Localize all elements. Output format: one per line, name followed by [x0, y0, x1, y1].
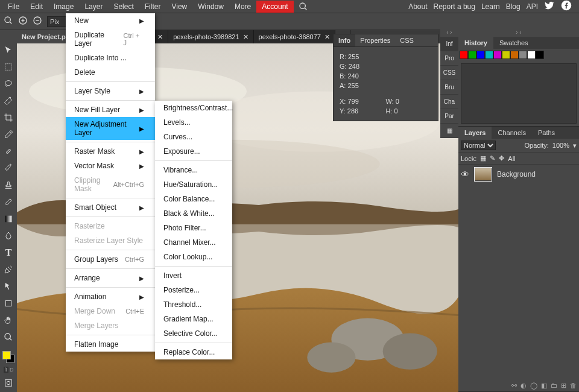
- link-about[interactable]: About: [408, 2, 427, 11]
- tab-css[interactable]: CSS: [395, 34, 419, 46]
- tab-3[interactable]: pexels-photo-368077✕: [254, 30, 335, 43]
- eyedropper-tool[interactable]: [2, 128, 15, 141]
- menu-window[interactable]: Window: [192, 1, 229, 13]
- menu-more[interactable]: More: [229, 1, 256, 13]
- tab-properties[interactable]: Properties: [355, 34, 395, 46]
- menu-edit[interactable]: Edit: [25, 1, 48, 13]
- fx-icon[interactable]: ◐: [520, 382, 527, 390]
- dock-tab-pro[interactable]: Pro: [440, 51, 458, 66]
- close-icon[interactable]: ✕: [157, 33, 163, 41]
- link-report-bug[interactable]: Report a bug: [434, 2, 475, 11]
- hand-tool[interactable]: [2, 314, 15, 327]
- panel-collapse-icon[interactable]: › ‹: [458, 28, 579, 37]
- link-api[interactable]: API: [527, 2, 538, 11]
- dock-tab-bru[interactable]: Bru: [440, 80, 458, 95]
- menu-item[interactable]: Levels...: [155, 115, 232, 130]
- wand-tool[interactable]: [2, 94, 15, 107]
- swatch[interactable]: [476, 51, 485, 59]
- tab-2[interactable]: pexels-photo-3989821✕: [168, 30, 253, 43]
- menu-item[interactable]: Layer Style▶: [66, 84, 155, 98]
- history-list[interactable]: [461, 63, 577, 124]
- menu-view[interactable]: View: [166, 1, 192, 13]
- dock-tab-extra[interactable]: ▦: [440, 124, 458, 138]
- menu-file[interactable]: File: [2, 1, 25, 13]
- lasso-tool[interactable]: [2, 77, 15, 90]
- menu-item[interactable]: Color Lookup...: [155, 250, 232, 264]
- dock-tab-inf[interactable]: Inf: [440, 37, 458, 51]
- swatch[interactable]: [493, 51, 502, 59]
- lock-transparent-icon[interactable]: ▦: [480, 154, 486, 162]
- pen-tool[interactable]: [2, 263, 15, 276]
- swatch[interactable]: [485, 51, 493, 59]
- menu-account[interactable]: Account: [256, 1, 293, 13]
- menu-item[interactable]: Duplicate Into ...: [66, 51, 155, 65]
- blur-tool[interactable]: [2, 229, 15, 242]
- tab-history[interactable]: History: [458, 37, 493, 49]
- move-tool[interactable]: [2, 43, 15, 57]
- dock-expand-icon[interactable]: ‹ ›: [440, 28, 458, 37]
- link-learn[interactable]: Learn: [481, 2, 500, 11]
- search-icon[interactable]: [299, 2, 308, 11]
- menu-item[interactable]: Raster Mask▶: [66, 144, 155, 159]
- quickmask-tool[interactable]: [2, 376, 15, 390]
- gradient-tool[interactable]: [2, 212, 15, 226]
- swatch[interactable]: [468, 51, 476, 59]
- mask-icon[interactable]: ◯: [530, 382, 537, 390]
- menu-filter[interactable]: Filter: [139, 1, 166, 13]
- swatch[interactable]: [527, 51, 536, 59]
- menu-item[interactable]: Delete: [66, 65, 155, 80]
- swatch[interactable]: [502, 51, 510, 59]
- stamp-tool[interactable]: [2, 179, 15, 192]
- close-icon[interactable]: ✕: [324, 33, 330, 41]
- menu-item[interactable]: Black & White...: [155, 206, 232, 221]
- menu-item[interactable]: Smart Object▶: [66, 200, 155, 215]
- tab-paths[interactable]: Paths: [532, 127, 561, 139]
- menu-item[interactable]: Channel Mixer...: [155, 235, 232, 250]
- menu-item[interactable]: Hue/Saturation...: [155, 177, 232, 192]
- swatch[interactable]: [536, 51, 544, 59]
- menu-item[interactable]: New Adjustment Layer▶: [66, 117, 155, 140]
- blend-mode-select[interactable]: Normal: [461, 141, 496, 150]
- lock-pixels-icon[interactable]: ✎: [490, 154, 495, 162]
- menu-item[interactable]: Flatten Image: [66, 337, 155, 352]
- zoom-out-icon[interactable]: [33, 16, 42, 27]
- zoom-icon[interactable]: [4, 16, 13, 27]
- tab-channels[interactable]: Channels: [492, 127, 531, 139]
- menu-item[interactable]: Posterize...: [155, 283, 232, 297]
- swatch[interactable]: [460, 51, 468, 59]
- menu-item[interactable]: Vector Mask▶: [66, 159, 155, 173]
- eraser-tool[interactable]: [2, 195, 15, 209]
- swatch[interactable]: [510, 51, 519, 59]
- trash-icon[interactable]: 🗑: [570, 382, 577, 390]
- layer-name[interactable]: Background: [497, 170, 536, 179]
- swatch[interactable]: [519, 51, 527, 59]
- color-swatches[interactable]: [2, 351, 14, 363]
- zoom-in-icon[interactable]: [18, 16, 28, 27]
- menu-item[interactable]: Replace Color...: [155, 345, 232, 359]
- visibility-icon[interactable]: 👁: [461, 169, 469, 179]
- menu-item[interactable]: Animation▶: [66, 289, 155, 304]
- tab-swatches[interactable]: Swatches: [493, 37, 534, 49]
- dock-tab-cha[interactable]: Cha: [440, 95, 458, 109]
- tab-layers[interactable]: Layers: [458, 127, 492, 139]
- close-icon[interactable]: ✕: [243, 33, 248, 41]
- heal-tool[interactable]: [2, 145, 15, 158]
- lock-position-icon[interactable]: ✥: [499, 154, 504, 162]
- menu-item[interactable]: Photo Filter...: [155, 221, 232, 235]
- folder-icon[interactable]: 🗀: [551, 382, 557, 390]
- menu-item[interactable]: Vibrance...: [155, 163, 232, 177]
- brush-tool[interactable]: [2, 162, 15, 175]
- text-tool[interactable]: T: [2, 246, 15, 259]
- menu-item[interactable]: Brightness/Contrast...: [155, 101, 232, 115]
- facebook-icon[interactable]: [561, 0, 572, 13]
- layer-thumbnail[interactable]: [474, 167, 492, 182]
- menu-item[interactable]: Invert: [155, 268, 232, 283]
- menu-item[interactable]: Selective Color...: [155, 326, 232, 341]
- menu-item[interactable]: Group LayersCtrl+G: [66, 252, 155, 267]
- menu-item[interactable]: Curves...: [155, 130, 232, 144]
- lock-all[interactable]: All: [508, 155, 515, 162]
- menu-item[interactable]: Arrange▶: [66, 271, 155, 285]
- shape-tool[interactable]: [2, 297, 15, 310]
- dock-tab-par[interactable]: Par: [440, 109, 458, 124]
- tab-info[interactable]: Info: [334, 34, 355, 46]
